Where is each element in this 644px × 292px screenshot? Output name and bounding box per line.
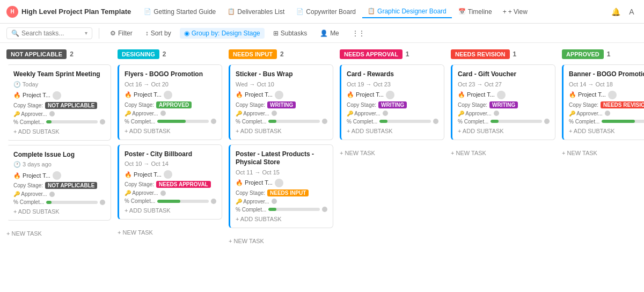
add-subtask-button[interactable]: + ADD SUBTASK (458, 128, 550, 134)
new-task-button-not-applicable[interactable]: + NEW TASK (6, 228, 111, 239)
add-subtask-button[interactable]: + ADD SUBTASK (236, 216, 327, 222)
card-project-row: 🔥 Project T... (13, 91, 105, 100)
card-project-row: 🔥 Project T... (458, 91, 550, 99)
progress-label: % Complet... (458, 119, 488, 125)
task-card[interactable]: Card - Gift Voucher Oct 23 → Oct 27 🔥 Pr… (451, 64, 555, 140)
card-stage-row: Copy Stage: NEEDS INPUT (236, 189, 327, 196)
add-subtask-button[interactable]: + ADD SUBTASK (236, 128, 327, 134)
card-stage-row: Copy Stage: NEEDS APPROVAL (125, 181, 216, 188)
fire-icon: 🔥 Project T... (13, 172, 50, 179)
sort-button[interactable]: ↕ Sort by (141, 28, 175, 39)
progress-dot (211, 199, 216, 204)
card-title: Weekly Team Sprint Meeting (13, 70, 105, 79)
tab-copywriter[interactable]: 📄 Copywriter Board (291, 6, 361, 18)
col-header-needs-input: NEEDS INPUT 2 (229, 49, 333, 59)
card-approver-row: 🔑 Approver... (458, 111, 550, 116)
copy-stage-label: Copy Stage: (13, 103, 43, 108)
tab-getting-started[interactable]: 📄 Getting Started Guide (138, 6, 221, 18)
card-title: Complete Issue Log (13, 151, 105, 159)
progress-bar (46, 120, 98, 123)
cards-container-needs-approval: Card - Rewards Oct 19 → Oct 23 🔥 Project… (340, 64, 444, 292)
col-count-needs-revision: 1 (513, 50, 517, 58)
progress-label: % Complet... (347, 119, 377, 125)
copy-stage-badge: WRITING (378, 101, 407, 108)
fire-icon: 🔥 Project T... (236, 91, 273, 98)
add-subtask-button[interactable]: + ADD SUBTASK (125, 128, 216, 134)
tab-icon-getting-started: 📄 (144, 8, 151, 15)
card-approver-row: 🔑 Approver... (13, 111, 105, 117)
progress-row: % Complet... (13, 199, 105, 205)
progress-bar (268, 208, 320, 211)
subtasks-button[interactable]: ⊞ Subtasks (269, 28, 311, 39)
progress-label: % Complet... (13, 119, 44, 125)
progress-label: % Complet... (125, 198, 155, 204)
progress-fill (268, 120, 276, 123)
new-task-button-designing[interactable]: + NEW TASK (118, 227, 222, 238)
tab-timeline[interactable]: 📅 Timeline (453, 6, 497, 18)
avatar (386, 91, 394, 99)
fire-icon: 🔥 Project T... (125, 91, 162, 98)
card-project-row: 🔥 Project T... (236, 179, 327, 187)
add-subtask-button[interactable]: + ADD SUBTASK (347, 128, 438, 134)
app-title: High Level Project Plan Template (21, 8, 131, 16)
card-approver-row: 🔑 Approver... (347, 111, 438, 116)
column-needs-revision: NEEDS REVISION 1 Card - Gift Voucher Oct… (451, 49, 555, 292)
progress-bar (157, 120, 209, 123)
task-card[interactable]: Card - Rewards Oct 19 → Oct 23 🔥 Project… (340, 64, 444, 140)
col-header-approved: APPROVED 1 (562, 49, 644, 59)
new-task-button-needs-input[interactable]: + NEW TASK (229, 236, 333, 246)
progress-row: % Complet... (569, 119, 644, 125)
task-card[interactable]: Flyers - BOGO Promotion Oct 16 → Oct 20 … (118, 64, 222, 140)
progress-fill (491, 120, 498, 123)
progress-row: % Complet... (347, 119, 438, 125)
chevron-down-icon: ▾ (85, 30, 87, 36)
approver-label: 🔑 Approver... (125, 111, 158, 116)
task-card[interactable]: Poster - Latest Products - Physical Stor… (229, 144, 333, 228)
add-view-button[interactable]: + + View (499, 6, 532, 18)
search-box[interactable]: 🔍 ▾ (6, 27, 92, 39)
card-date: Oct 19 → Oct 23 (347, 81, 438, 87)
group-button[interactable]: ◉ Group by: Design Stage (180, 28, 265, 39)
add-subtask-button[interactable]: + ADD SUBTASK (125, 207, 216, 214)
task-card[interactable]: Complete Issue Log 🕐 3 days ago 🔥 Projec… (6, 145, 111, 221)
add-subtask-button[interactable]: + ADD SUBTASK (13, 128, 105, 135)
progress-bar (602, 120, 644, 123)
search-input[interactable] (21, 30, 83, 37)
new-task-button-approved[interactable]: + NEW TASK (562, 148, 644, 158)
approver-label: 🔑 Approver... (236, 199, 269, 205)
user-avatar[interactable]: A (626, 6, 638, 18)
card-project-row: 🔥 Project T... (125, 91, 216, 99)
fire-icon: 🔥 Project T... (458, 91, 495, 98)
col-count-needs-approval: 1 (406, 50, 409, 58)
status-badge-needs-approval: NEEDS APPROVAL (340, 49, 402, 59)
copy-stage-badge: NEEDS REVISION (601, 101, 644, 108)
add-subtask-button[interactable]: + ADD SUBTASK (569, 128, 644, 134)
clock-icon: 🕐 (13, 161, 21, 167)
card-date: 🕐 3 days ago (13, 161, 105, 168)
col-count-needs-input: 2 (280, 50, 284, 58)
separator (99, 28, 99, 39)
notifications-icon[interactable]: 🔔 (610, 6, 621, 18)
add-subtask-button[interactable]: + ADD SUBTASK (13, 208, 105, 215)
tab-deliverables[interactable]: 📋 Deliverables List (222, 6, 290, 18)
progress-bar (157, 200, 209, 203)
tab-icon-timeline: 📅 (458, 8, 466, 15)
progress-label: % Complet... (569, 119, 599, 125)
task-card[interactable]: Weekly Team Sprint Meeting 🕐 Today 🔥 Pro… (6, 64, 111, 141)
new-task-button-needs-revision[interactable]: + NEW TASK (451, 148, 555, 158)
subtasks-icon: ⊞ (273, 30, 279, 37)
task-card[interactable]: Sticker - Bus Wrap Wed → Oct 10 🔥 Projec… (229, 64, 333, 140)
filter-button[interactable]: ⚙ Filter (106, 28, 137, 39)
tab-graphic-designer[interactable]: 📋 Graphic Designer Board (362, 5, 452, 18)
new-task-button-needs-approval[interactable]: + NEW TASK (340, 148, 444, 158)
avatar (164, 170, 172, 179)
progress-fill (46, 201, 52, 204)
status-badge-approved: APPROVED (562, 49, 604, 59)
more-options-button[interactable]: ⋮⋮ (348, 28, 369, 39)
approver-dot (605, 111, 610, 116)
task-card[interactable]: Banner - BOGO Promotion Oct 14 → Oct 18 … (562, 64, 644, 140)
clock-icon: 🕐 (13, 81, 21, 87)
copy-stage-badge: WRITING (489, 101, 518, 108)
task-card[interactable]: Poster - City Billboard Oct 10 → Oct 14 … (118, 144, 222, 220)
me-button[interactable]: 👤 Me (316, 28, 343, 39)
